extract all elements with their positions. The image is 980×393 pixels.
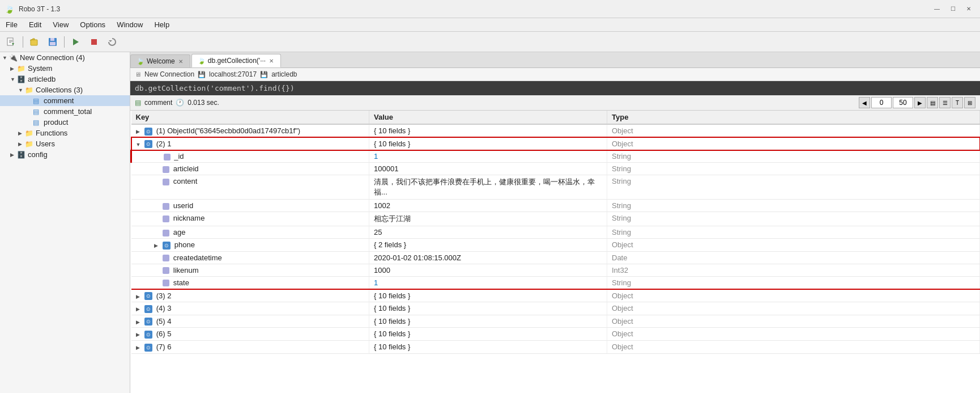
menu-options[interactable]: Options [74,19,111,30]
expand-arrow[interactable]: ▶ [136,306,143,312]
sidebar-item-product[interactable]: ▤ product [0,117,130,128]
sidebar-item-users[interactable]: ▶ 📁 Users [0,138,130,149]
table-row-child[interactable]: createdatetime 2020-01-02 01:08:15.000Z … [131,251,980,264]
view-text-btn[interactable]: T [952,97,963,108]
expand-arrow[interactable]: ▶ [136,294,143,299]
field-icon [163,255,169,261]
functions-label: Functions [36,129,67,137]
expand-arrow[interactable]: ▶ [136,319,143,325]
table-row-child[interactable]: content 清晨，我们不该把事件浪费在手机上，健康很重要，喝一杯温水，幸福.… [131,175,980,200]
key-text: (3) 2 [156,291,172,300]
row-value: { 10 fields } [369,124,607,137]
breadcrumb-db: articledb [271,70,297,78]
expand-arrow-config: ▶ [10,152,17,158]
key-text: articleid [173,164,199,173]
table-row-child[interactable]: _id 1 String [131,150,980,163]
close-button[interactable]: ✕ [962,2,975,16]
toolbar-run-btn[interactable] [68,34,84,50]
nav-page-size[interactable] [893,97,913,108]
table-row-child[interactable]: articleid 100001 String [131,163,980,175]
nav-page-start[interactable] [871,97,892,108]
tab-welcome[interactable]: 🍃 Welcome ✕ [130,54,190,67]
row-type: String [607,226,980,239]
toolbar-open-btn[interactable] [27,34,42,50]
sidebar-item-comment-total[interactable]: ▤ comment_total [0,106,130,117]
row-type: Object [607,124,980,137]
menu-file[interactable]: File [0,19,23,30]
sidebar-item-articledb[interactable]: ▼ 🗄️ articledb [0,74,130,84]
row-type: String [607,200,980,212]
row-type: Object [607,302,980,315]
db-icon-articledb: 🗄️ [17,75,26,83]
row-value: 100001 [369,163,607,175]
app-title: Robo 3T - 1.3 [19,5,60,13]
sidebar-item-connection[interactable]: ▼ 🔌 New Connection (4) [0,52,130,63]
table-row[interactable]: ▶ ⊙ (7) 6 { 10 fields } Object [131,340,980,353]
sidebar-item-functions[interactable]: ▶ 📁 Functions [0,128,130,138]
folder-icon-system: 📁 [17,65,26,73]
breadcrumb-host: localhost:27017 [209,70,257,78]
row-value: { 10 fields } [369,328,607,341]
menu-edit[interactable]: Edit [23,19,47,30]
table-row[interactable]: ▶ ⊙ (1) ObjectId("63645ecbbd0d0ad17497cb… [131,124,980,137]
sidebar-item-config[interactable]: ▶ 🗄️ config [0,149,130,160]
field-icon [163,280,169,286]
table-row-child[interactable]: state 1 String [131,276,980,289]
toolbar-stop-btn[interactable] [86,34,102,50]
table-row-expanded[interactable]: ▼ ⊙ (2) 1 { 10 fields } Object [131,137,980,150]
row-value: { 10 fields } [369,315,607,328]
view-custom-btn[interactable]: ⊞ [964,97,975,108]
svg-rect-5 [31,40,37,45]
field-icon [164,154,171,160]
breadcrumb: 🖥 New Connection 💾 localhost:27017 💾 art… [130,68,980,81]
nav-next-btn[interactable]: ▶ [914,97,926,108]
toolbar-new-btn[interactable] [3,34,19,50]
table-row[interactable]: ▶ ⊙ (5) 4 { 10 fields } Object [131,315,980,328]
value-text: { 2 fields } [374,240,406,249]
view-table-btn[interactable]: ▤ [927,97,938,108]
tab-welcome-close[interactable]: ✕ [177,58,184,65]
menu-view[interactable]: View [47,19,74,30]
expand-arrow-expanded[interactable]: ▼ [136,142,143,147]
sidebar-item-comment[interactable]: ▤ comment [0,95,130,106]
system-label: System [28,64,52,73]
table-row[interactable]: ▶ ⊙ (6) 5 { 10 fields } Object [131,328,980,341]
type-text: String [612,228,631,236]
nav-prev-btn[interactable]: ◀ [859,97,870,108]
row-type: Object [607,137,980,150]
svg-rect-10 [91,39,97,45]
toolbar-refresh-btn[interactable] [104,34,120,50]
table-row-child[interactable]: likenum 1000 Int32 [131,264,980,276]
table-row-child[interactable]: age 25 String [131,226,980,239]
toolbar-save-btn[interactable] [45,34,61,50]
key-text: createdatetime [173,253,222,262]
type-text: String [612,152,631,160]
tab-query[interactable]: 🍃 db.getCollection('··· ✕ [191,54,281,67]
value-text: 25 [374,228,382,236]
menu-help[interactable]: Help [148,19,175,30]
collection-icon-comment: ▤ [33,97,42,105]
expand-arrow[interactable]: ▶ [136,345,143,350]
expand-arrow[interactable]: ▶ [136,129,143,134]
expand-arrow-phone[interactable]: ▶ [154,243,161,248]
minimize-button[interactable]: — [930,2,944,16]
obj-icon: ⊙ [144,128,152,136]
sidebar-item-collections[interactable]: ▼ 📁 Collections (3) [0,84,130,95]
tab-query-close[interactable]: ✕ [268,58,275,64]
expand-arrow-collections: ▼ [18,87,25,93]
table-row[interactable]: ▶ ⊙ (3) 2 { 10 fields } Object [131,289,980,302]
expand-arrow[interactable]: ▶ [136,332,143,337]
maximize-button[interactable]: ☐ [946,2,960,16]
menu-window[interactable]: Window [111,19,148,30]
sidebar-item-system[interactable]: ▶ 📁 System [0,63,130,74]
table-row-child[interactable]: userid 1002 String [131,200,980,212]
table-row-child[interactable]: nickname 相忘于江湖 String [131,212,980,226]
value-text: { 10 fields } [374,329,410,338]
expand-arrow-system: ▶ [10,66,17,71]
table-row-child[interactable]: ▶ ⊙ phone { 2 fields } Object [131,239,980,252]
table-row[interactable]: ▶ ⊙ (4) 3 { 10 fields } Object [131,302,980,315]
view-tree-btn[interactable]: ☰ [939,97,951,108]
value-text: { 10 fields } [374,304,410,312]
field-icon [163,267,169,274]
collection-icon-product: ▤ [33,119,42,126]
